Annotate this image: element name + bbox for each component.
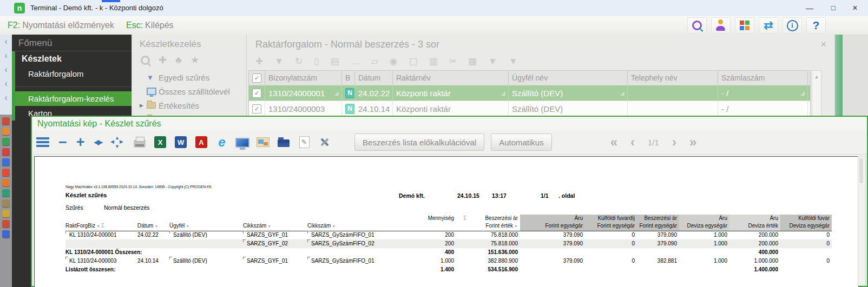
dock-icon[interactable] — [2, 138, 10, 145]
monitor-icon[interactable] — [235, 135, 249, 149]
add-icon[interactable]: ✚ — [255, 56, 263, 67]
more-icon[interactable]: … — [351, 56, 360, 67]
filter-icon[interactable]: ▼ — [96, 224, 100, 228]
row-checkbox[interactable]: ✓ — [252, 104, 261, 114]
pdf-icon[interactable]: A — [194, 135, 208, 149]
column-header-6[interactable]: Telephely név — [628, 71, 718, 85]
user-icon[interactable] — [711, 17, 731, 34]
add-icon[interactable]: ✚ — [159, 55, 167, 65]
photo-icon[interactable] — [256, 135, 270, 149]
edit-icon[interactable]: ✎ — [297, 135, 311, 149]
panel-close-icon[interactable]: × — [820, 39, 826, 50]
dock-icon[interactable] — [2, 199, 10, 207]
preview-button-2[interactable]: Automatikus — [491, 134, 552, 151]
row-checkbox-cell[interactable]: ✓ — [249, 101, 265, 116]
header-checkbox-cell[interactable]: ✓ — [249, 71, 265, 85]
apps-icon[interactable] — [735, 17, 754, 34]
select-icon[interactable]: ▢ — [409, 56, 418, 67]
excel-icon[interactable]: X — [153, 135, 167, 149]
scrollbar-thumb[interactable] — [859, 158, 863, 183]
chart-icon[interactable]: ▥ — [429, 56, 438, 67]
info-icon[interactable]: i — [782, 17, 802, 34]
menu-shortcut[interactable]: Esc:Kilépés — [126, 21, 174, 30]
search-icon[interactable] — [687, 17, 707, 34]
view-icon[interactable]: ◉ — [390, 56, 398, 67]
menu-shortcut[interactable]: F2:Nyomtatási előzmények — [8, 21, 114, 30]
row-checkbox-cell[interactable]: ✓ — [249, 85, 265, 101]
filter-icon[interactable]: ▼ — [274, 56, 284, 67]
table-row[interactable]: ✓1310/24000003N24.10.14Központi raktárSz… — [249, 101, 810, 116]
header-label: Cikkszám — [243, 223, 266, 229]
sync-icon[interactable]: ⇄ — [759, 17, 778, 34]
dock-icon[interactable] — [2, 179, 10, 186]
cell-marker-icon — [307, 257, 310, 259]
dock-icon[interactable] — [2, 148, 10, 156]
menu-icon[interactable] — [36, 136, 49, 149]
prev-page-icon[interactable]: ‹ — [630, 136, 635, 149]
column-header-4[interactable]: Raktárnév — [393, 71, 509, 85]
dock-icon[interactable] — [2, 210, 10, 217]
dock-icon[interactable] — [2, 230, 10, 238]
filter-icon[interactable]: ▼ — [332, 224, 336, 228]
scroll-up-icon[interactable]: ▲ — [814, 75, 819, 79]
excel-icon[interactable]: ▦ — [468, 56, 477, 67]
tree-icon[interactable]: ♣ — [175, 55, 182, 65]
header-checkbox[interactable]: ✓ — [252, 74, 261, 83]
dock-icon[interactable] — [2, 128, 10, 135]
tree-item--rt-kes-t-s[interactable]: ▶Értékesítés — [132, 98, 247, 112]
filter-icon[interactable]: ▼ — [186, 224, 189, 228]
filter-icon[interactable]: ▼ — [154, 224, 158, 228]
column-header-7[interactable]: Számlaszám — [718, 71, 808, 85]
print-icon[interactable]: ▤ — [331, 56, 339, 67]
close-button[interactable]: × — [844, 0, 866, 16]
column-header-1[interactable]: Bizonylatszám — [265, 71, 342, 85]
row-checkbox[interactable]: ✓ — [252, 89, 261, 98]
delete-icon[interactable]: ▯ — [314, 56, 319, 67]
filter-icon[interactable]: ▼ — [514, 224, 518, 228]
table-row[interactable]: ✓1310/24000001N24.02.22Központi raktárSz… — [249, 85, 810, 101]
maximize-button[interactable]: □ — [823, 0, 844, 16]
filter-apply-icon[interactable]: ▼ — [488, 56, 497, 67]
caret-icon[interactable]: ▶ — [140, 103, 147, 108]
column-header-3[interactable]: Dátum — [355, 71, 393, 85]
zoom-in-icon[interactable]: + — [76, 136, 85, 149]
column-header-2[interactable]: B — [342, 71, 355, 85]
tools-icon[interactable] — [318, 135, 332, 149]
first-page-icon[interactable]: « — [610, 136, 617, 149]
dock-icon[interactable] — [2, 169, 10, 176]
browser-icon[interactable]: e — [215, 135, 229, 149]
cut-icon[interactable]: ✂ — [449, 56, 457, 67]
dock-icon[interactable] — [2, 117, 10, 125]
dock-icon[interactable] — [2, 158, 10, 166]
next-page-icon[interactable]: › — [672, 136, 676, 149]
sidebar-item-rakt-rforgalom-kezel-s[interactable]: Raktárforgalom-kezelés — [15, 91, 131, 106]
sidebar-item-k-szletek[interactable]: Készletek — [15, 51, 131, 66]
column-header-5[interactable]: Ügyfél név — [509, 71, 628, 85]
filter-clear-icon[interactable]: ▼ — [509, 56, 518, 67]
zoom-out-icon[interactable]: − — [58, 136, 67, 149]
last-page-icon[interactable]: » — [689, 136, 696, 149]
tree-item--sszes-sz-ll-t-lev-l[interactable]: Összes szállítólevél — [132, 84, 247, 98]
report-cell: 151.636.000 — [472, 248, 520, 257]
filter-icon[interactable]: ▼ — [267, 224, 271, 228]
export-icon[interactable]: ▱ — [371, 56, 378, 67]
preview-scrollbar[interactable] — [858, 156, 866, 286]
sum-icon[interactable]: Σ — [101, 223, 104, 229]
dock-icon[interactable] — [2, 189, 10, 197]
sidebar-item-rakt-rforgalom[interactable]: Raktárforgalom — [15, 66, 131, 81]
minimize-button[interactable]: — — [799, 0, 820, 16]
dock-icon[interactable] — [2, 220, 10, 228]
report-row: KL 1310/24-000001 Összesen:400151.636.00… — [65, 248, 832, 257]
fit-width-icon[interactable]: ◀▶ — [94, 138, 102, 146]
refresh-icon[interactable]: ↻ — [295, 56, 303, 67]
word-icon[interactable]: W — [174, 135, 188, 149]
help-icon[interactable]: ? — [806, 17, 826, 34]
header-line1: Mennyiség — [389, 215, 456, 222]
fit-page-icon[interactable]: ▲▼◀▶ — [111, 136, 123, 148]
tree-item-egyedi-sz-r-s[interactable]: ▼Egyedi szűrés — [132, 70, 247, 84]
print-icon[interactable] — [133, 135, 147, 149]
preview-button-1[interactable]: Beszerzés lista előkalkulációval — [354, 134, 484, 151]
search-icon[interactable] — [141, 56, 150, 65]
pin-icon[interactable]: ★ — [190, 55, 199, 65]
archive-icon[interactable] — [277, 135, 291, 149]
